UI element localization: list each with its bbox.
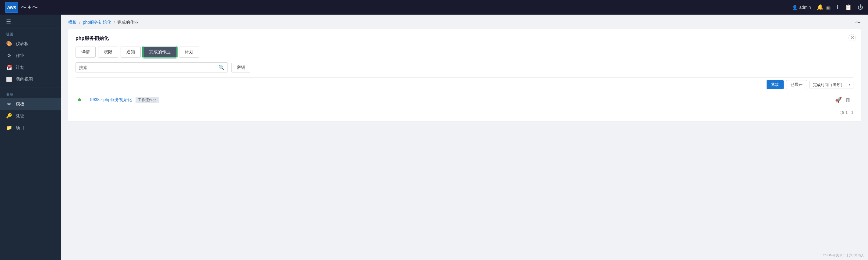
sidebar-item-label: 凭证	[16, 113, 24, 119]
row-actions: 🚀 🗑	[687, 97, 851, 103]
status-dot-green	[78, 98, 81, 101]
sidebar-item-label: 仪表板	[16, 41, 29, 46]
docs-button[interactable]: 📋	[845, 4, 851, 11]
status-cell	[75, 93, 88, 107]
tab-schedules[interactable]: 计划	[179, 46, 199, 58]
tab-details[interactable]: 详情	[75, 46, 96, 58]
notification-badge: 0	[826, 6, 831, 10]
templates-icon: ✏	[6, 101, 12, 107]
my-views-icon: ⬜	[6, 76, 12, 82]
search-row: 🔍 密钥	[75, 62, 854, 72]
delete-icon[interactable]: 🗑	[845, 97, 851, 103]
sidebar-item-label: 项目	[16, 125, 24, 131]
logo-box: AWX	[5, 2, 18, 13]
sidebar-item-label: 模板	[16, 101, 24, 107]
card-title: php服务初始化	[75, 35, 854, 42]
breadcrumb-bar: 模板 / php服务初始化 / 完成的作业 〜	[61, 14, 868, 29]
search-wrapper: 🔍	[75, 62, 228, 72]
credentials-icon: 🔑	[6, 113, 12, 119]
sidebar-item-credentials[interactable]: 🔑 凭证	[0, 110, 61, 122]
jobs-icon: ⚙	[6, 53, 12, 59]
card-close-button[interactable]: ✕	[848, 34, 856, 41]
header-right: 👤 admin 🔔 0 ℹ 📋 ⏻	[792, 4, 863, 11]
tab-bar: 详情 权限 通知 完成的作业 计划	[75, 46, 854, 58]
results-table: 5938 - php服务初始化 工作流作业 🚀 🗑	[75, 93, 854, 107]
logo-area: AWX 〜✦〜	[5, 2, 38, 13]
sidebar-item-schedules[interactable]: 📅 计划	[0, 62, 61, 73]
logo-wings-icon: 〜✦〜	[21, 3, 38, 11]
sort-select[interactable]: 完成时间（降序） 完成时间（升序）	[809, 81, 854, 89]
notifications-button[interactable]: 🔔 0	[817, 4, 831, 11]
activity-icon[interactable]: 〜	[855, 19, 861, 26]
sidebar-item-dashboard[interactable]: 🎨 仪表板	[0, 38, 61, 50]
watermark: CSDN@关草二十六_简书人	[823, 253, 864, 258]
filter-compact-button[interactable]: 紧凑	[767, 80, 784, 89]
job-name-cell: 5938 - php服务初始化 工作流作业	[88, 93, 685, 107]
schedules-icon: 📅	[6, 65, 12, 70]
breadcrumb-templates[interactable]: 模板	[68, 20, 77, 25]
breadcrumb-sep-2: /	[114, 20, 115, 25]
main-layout: ☰ 视图 🎨 仪表板 ⚙ 作业 📅 计划 ⬜ 我的视图 资源 ✏ 模板 🔑 凭证	[0, 14, 868, 260]
sidebar-section-views: 视图	[0, 29, 61, 38]
breadcrumb-php-init[interactable]: php服务初始化	[83, 20, 111, 25]
pagination-text: 项 1 - 1	[840, 110, 854, 115]
sidebar-item-my-views[interactable]: ⬜ 我的视图	[0, 73, 61, 85]
key-button[interactable]: 密钥	[231, 63, 250, 72]
tab-permissions[interactable]: 权限	[98, 46, 118, 58]
user-menu[interactable]: 👤 admin	[792, 5, 811, 10]
launch-icon[interactable]: 🚀	[835, 97, 842, 103]
info-button[interactable]: ℹ	[837, 4, 839, 11]
sidebar-item-label: 计划	[16, 65, 24, 70]
template-card: php服务初始化 ✕ 详情 权限 通知 完成的作业 计划 🔍 密钥 紧凑	[68, 29, 861, 122]
app-header: AWX 〜✦〜 👤 admin 🔔 0 ℹ 📋 ⏻	[0, 0, 868, 14]
sidebar-toggle[interactable]: ☰	[0, 14, 61, 29]
filter-row: 紧凑 已展开 完成时间（降序） 完成时间（升序）	[75, 77, 854, 89]
row-actions-cell: 🚀 🗑	[685, 93, 854, 107]
table-row: 5938 - php服务初始化 工作流作业 🚀 🗑	[75, 93, 854, 107]
sidebar-item-jobs[interactable]: ⚙ 作业	[0, 50, 61, 62]
sort-select-wrapper: 完成时间（降序） 完成时间（升序）	[809, 81, 854, 89]
logout-button[interactable]: ⏻	[858, 4, 863, 11]
tab-completed-jobs[interactable]: 完成的作业	[143, 46, 177, 58]
sidebar-item-label: 作业	[16, 53, 24, 59]
user-name: admin	[799, 5, 811, 10]
pagination-bar: 项 1 - 1	[75, 107, 854, 116]
content-area: 模板 / php服务初始化 / 完成的作业 〜 php服务初始化 ✕ 详情 权限…	[61, 14, 868, 260]
sidebar-item-templates[interactable]: ✏ 模板	[0, 98, 61, 110]
sidebar: ☰ 视图 🎨 仪表板 ⚙ 作业 📅 计划 ⬜ 我的视图 资源 ✏ 模板 🔑 凭证	[0, 14, 61, 260]
job-type-badge: 工作流作业	[135, 97, 159, 103]
dashboard-icon: 🎨	[6, 41, 12, 46]
user-icon: 👤	[792, 5, 797, 10]
projects-icon: 📁	[6, 125, 12, 131]
filter-expanded-button[interactable]: 已展开	[786, 80, 807, 89]
tab-notifications[interactable]: 通知	[121, 46, 141, 58]
sidebar-section-resources: 资源	[0, 89, 61, 98]
search-icon: 🔍	[218, 65, 224, 70]
sidebar-item-projects[interactable]: 📁 项目	[0, 122, 61, 134]
breadcrumb-sep-1: /	[79, 20, 81, 25]
job-name-link[interactable]: 5938 - php服务初始化	[90, 97, 132, 102]
breadcrumb-completed-jobs: 完成的作业	[117, 20, 138, 25]
breadcrumb: 模板 / php服务初始化 / 完成的作业	[68, 20, 138, 25]
sidebar-item-label: 我的视图	[16, 77, 33, 82]
search-input[interactable]	[79, 65, 218, 70]
